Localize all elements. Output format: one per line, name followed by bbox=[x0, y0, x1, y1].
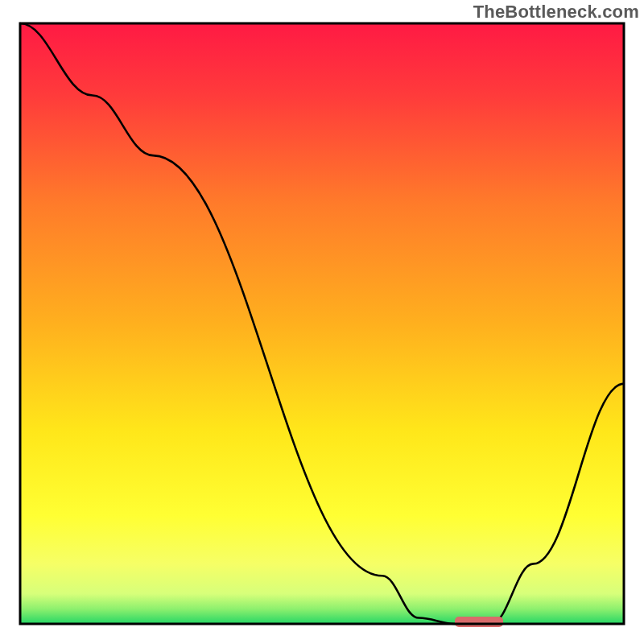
chart-container: TheBottleneck.com bbox=[0, 0, 644, 644]
plot-background bbox=[20, 23, 624, 624]
watermark-text: TheBottleneck.com bbox=[473, 2, 639, 23]
optimal-marker bbox=[455, 617, 503, 627]
bottleneck-chart bbox=[0, 0, 644, 644]
